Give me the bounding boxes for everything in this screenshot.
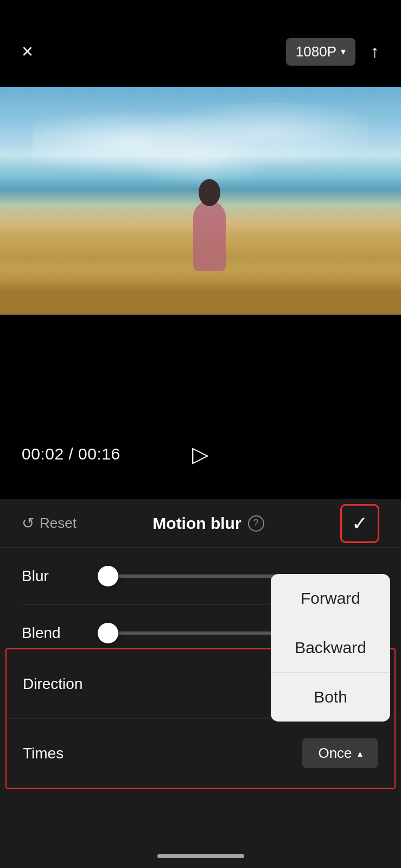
- times-button[interactable]: Once ▴: [302, 738, 378, 768]
- confirm-button[interactable]: ✓: [340, 504, 379, 543]
- home-indicator: [157, 854, 244, 858]
- times-row: Times Once ▴: [7, 719, 394, 788]
- dropdown-menu: Forward Backward Both: [271, 574, 390, 722]
- dropdown-item-backward[interactable]: Backward: [271, 623, 390, 673]
- person-silhouette: [188, 184, 231, 271]
- reset-icon: ↺: [22, 514, 34, 532]
- time-display: 00:02 / 00:16: [22, 445, 120, 463]
- toolbar-row: ↺ Reset Motion blur ? ✓: [0, 499, 401, 548]
- video-preview: [0, 87, 401, 315]
- dropdown-item-forward[interactable]: Forward: [271, 574, 390, 623]
- direction-label: Direction: [23, 675, 82, 693]
- top-right-controls: 1080P ▾ ↑: [286, 38, 379, 66]
- play-button[interactable]: ▷: [192, 442, 209, 467]
- title-area: Motion blur ?: [152, 514, 264, 533]
- resolution-label: 1080P: [296, 43, 336, 60]
- blend-thumb[interactable]: [98, 623, 118, 643]
- confirm-icon: ✓: [352, 512, 368, 535]
- top-bar: × 1080P ▾ ↑: [0, 0, 401, 87]
- blur-label: Blur: [22, 567, 87, 585]
- total-time: 00:16: [78, 445, 120, 463]
- reset-label: Reset: [40, 515, 77, 532]
- panel-title: Motion blur: [152, 514, 241, 533]
- times-value: Once: [318, 745, 352, 762]
- dropdown-item-both[interactable]: Both: [271, 673, 390, 722]
- resolution-button[interactable]: 1080P ▾: [286, 38, 355, 66]
- export-button[interactable]: ↑: [371, 42, 379, 62]
- times-caret: ▴: [358, 748, 362, 760]
- playback-controls: 00:02 / 00:16 ▷: [0, 445, 401, 463]
- reset-button[interactable]: ↺ Reset: [22, 514, 77, 532]
- times-label: Times: [23, 745, 63, 762]
- help-icon[interactable]: ?: [248, 515, 264, 532]
- resolution-caret: ▾: [341, 46, 346, 58]
- blend-label: Blend: [22, 624, 87, 642]
- current-time: 00:02: [22, 445, 64, 463]
- time-separator: /: [68, 445, 78, 463]
- blur-thumb[interactable]: [98, 566, 118, 586]
- below-video-area: [0, 315, 401, 456]
- close-button[interactable]: ×: [22, 42, 33, 61]
